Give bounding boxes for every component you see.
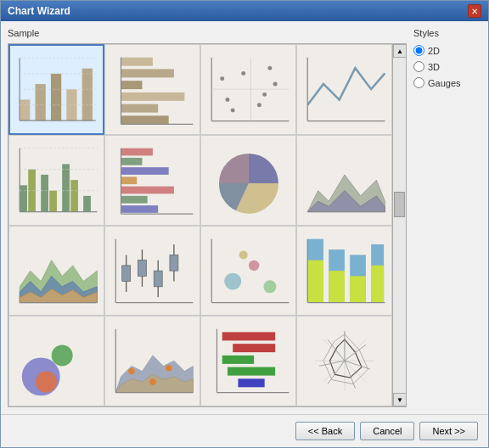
svg-rect-50 xyxy=(121,196,147,204)
svg-rect-16 xyxy=(121,116,168,125)
chart-cell-12[interactable] xyxy=(8,316,104,406)
title-bar: Chart Wizard ✕ xyxy=(1,1,488,21)
svg-rect-33 xyxy=(20,185,27,211)
svg-rect-104 xyxy=(238,379,264,388)
svg-point-95 xyxy=(165,366,171,372)
svg-point-74 xyxy=(224,272,241,289)
style-3d-option[interactable]: 3D xyxy=(413,61,481,72)
svg-rect-37 xyxy=(62,164,70,211)
style-3d-radio[interactable] xyxy=(413,61,424,72)
svg-point-76 xyxy=(263,280,276,293)
svg-rect-2 xyxy=(51,74,61,120)
chart-cell-11[interactable] xyxy=(296,226,392,316)
close-button[interactable]: ✕ xyxy=(468,4,481,18)
svg-rect-51 xyxy=(121,205,158,213)
svg-rect-85 xyxy=(371,266,384,303)
style-3d-label: 3D xyxy=(428,62,440,72)
svg-rect-71 xyxy=(169,255,177,271)
right-panel: Styles 2D 3D Gauges xyxy=(413,28,481,407)
svg-point-24 xyxy=(241,71,245,76)
chart-cell-1[interactable] xyxy=(104,44,200,135)
svg-rect-69 xyxy=(154,271,162,287)
chart-cell-15[interactable] xyxy=(296,316,392,406)
chart-cell-6[interactable] xyxy=(200,135,296,226)
scroll-up-button[interactable]: ▲ xyxy=(393,44,407,58)
scroll-track[interactable] xyxy=(393,58,406,393)
scroll-down-button[interactable]: ▼ xyxy=(393,393,407,406)
svg-rect-45 xyxy=(121,148,152,156)
style-gauges-label: Gauges xyxy=(428,78,461,88)
svg-rect-65 xyxy=(121,266,130,282)
svg-rect-35 xyxy=(41,175,48,212)
chart-cell-5[interactable] xyxy=(104,135,200,226)
svg-rect-0 xyxy=(20,100,31,121)
svg-rect-14 xyxy=(121,92,184,101)
chart-grid-container: ▲ ▼ xyxy=(8,43,407,407)
svg-rect-83 xyxy=(350,276,366,302)
svg-marker-110 xyxy=(329,340,361,378)
left-panel: Sample xyxy=(8,28,407,407)
svg-point-23 xyxy=(225,98,229,102)
svg-point-28 xyxy=(273,82,277,87)
svg-rect-102 xyxy=(222,356,253,364)
styles-radio-group: 2D 3D Gauges xyxy=(413,45,481,88)
svg-point-93 xyxy=(128,368,134,374)
chart-cell-10[interactable] xyxy=(200,226,296,316)
style-2d-option[interactable]: 2D xyxy=(413,45,481,56)
svg-rect-81 xyxy=(329,271,345,302)
chart-grid xyxy=(8,44,392,406)
chart-cell-4[interactable] xyxy=(8,135,104,226)
svg-point-77 xyxy=(239,250,247,259)
svg-rect-48 xyxy=(121,176,137,184)
next-button[interactable]: Next >> xyxy=(419,422,478,440)
svg-rect-67 xyxy=(138,260,146,276)
chart-cell-3[interactable] xyxy=(296,44,392,135)
svg-rect-39 xyxy=(83,196,91,212)
style-gauges-radio[interactable] xyxy=(413,77,424,88)
svg-point-94 xyxy=(149,379,155,385)
svg-rect-11 xyxy=(121,58,152,66)
chart-cell-7[interactable] xyxy=(296,135,392,226)
style-2d-label: 2D xyxy=(428,46,440,56)
chart-cell-0[interactable] xyxy=(8,44,104,135)
style-2d-radio[interactable] xyxy=(413,45,424,56)
svg-rect-12 xyxy=(121,70,173,78)
scrollbar[interactable]: ▲ ▼ xyxy=(392,44,406,406)
svg-point-75 xyxy=(248,260,258,270)
svg-rect-79 xyxy=(307,260,323,302)
svg-rect-38 xyxy=(70,180,78,211)
chart-cell-8[interactable] xyxy=(8,226,104,316)
svg-rect-46 xyxy=(121,158,142,165)
content-area: Sample xyxy=(1,21,488,414)
chart-cell-2[interactable] xyxy=(200,44,296,135)
chart-wizard-window: Chart Wizard ✕ Sample xyxy=(0,0,489,448)
svg-rect-101 xyxy=(233,344,275,353)
svg-line-112 xyxy=(344,345,365,361)
sample-label: Sample xyxy=(8,28,407,38)
svg-point-26 xyxy=(267,66,272,70)
chart-cell-13[interactable] xyxy=(104,316,200,406)
cancel-button[interactable]: Cancel xyxy=(360,422,414,440)
style-gauges-option[interactable]: Gauges xyxy=(413,77,481,88)
svg-rect-36 xyxy=(49,191,57,212)
back-button[interactable]: << Back xyxy=(295,422,355,440)
svg-point-29 xyxy=(220,76,224,81)
svg-point-30 xyxy=(262,92,267,97)
svg-point-27 xyxy=(230,109,234,113)
svg-rect-100 xyxy=(222,333,274,341)
window-title: Chart Wizard xyxy=(8,5,70,17)
svg-point-89 xyxy=(51,345,72,367)
scroll-thumb[interactable] xyxy=(394,192,405,217)
svg-point-25 xyxy=(256,104,261,108)
svg-rect-49 xyxy=(121,187,173,194)
chart-cell-9[interactable] xyxy=(104,226,200,316)
chart-cell-14[interactable] xyxy=(200,316,296,406)
svg-point-90 xyxy=(36,372,57,393)
svg-rect-13 xyxy=(121,81,142,89)
svg-rect-47 xyxy=(121,167,168,175)
styles-label: Styles xyxy=(413,28,481,38)
footer: << Back Cancel Next >> xyxy=(1,414,488,447)
svg-rect-103 xyxy=(228,367,275,376)
svg-rect-15 xyxy=(121,104,158,113)
svg-rect-4 xyxy=(82,69,93,120)
